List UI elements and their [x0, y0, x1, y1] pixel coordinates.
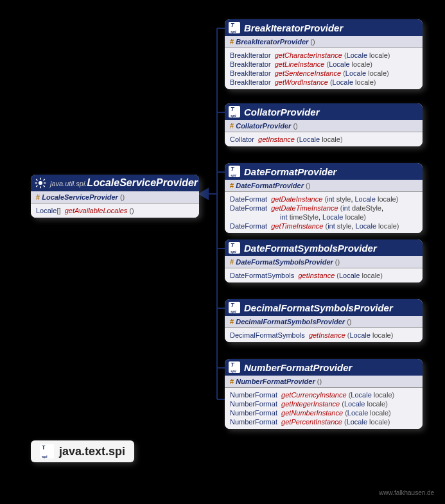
constructor-row: # NumberFormatProvider (): [225, 376, 423, 388]
class-name: BreakIteratorProvider: [244, 22, 343, 33]
method-list: DecimalFormatSymbols getInstance (Locale…: [225, 328, 423, 342]
constructor-row: # CollatorProvider (): [225, 120, 423, 132]
spi-icon: [229, 22, 240, 33]
method-list: BreakIterator getCharacterInstance (Loca…: [225, 48, 423, 89]
method-row: NumberFormat getCurrencyInstance (Locale…: [230, 390, 417, 399]
constructor-row: # LocaleServiceProvider (): [31, 191, 199, 204]
spi-icon: [229, 242, 240, 254]
spi-icon: [229, 166, 240, 177]
class-collator-provider[interactable]: CollatorProvider # CollatorProvider () C…: [225, 103, 423, 146]
class-locale-service-provider[interactable]: java.util.spi.LocaleServiceProvider # Lo…: [31, 175, 199, 218]
class-name: NumberFormatProvider: [244, 362, 352, 373]
spi-icon: [40, 444, 54, 458]
class-header: DateFormatProvider: [225, 163, 423, 180]
class-date-format-symbols-provider[interactable]: DateFormatSymbolsProvider # DateFormatSy…: [225, 239, 423, 282]
class-header: NumberFormatProvider: [225, 359, 423, 376]
svg-rect-16: [43, 185, 45, 187]
spi-icon: [229, 361, 240, 373]
method-list: Locale[] getAvailableLocales (): [31, 204, 199, 218]
package-name: java.text.spi: [59, 445, 125, 458]
class-header: DecimalFormatSymbolsProvider: [225, 299, 423, 316]
method-row: Locale[] getAvailableLocales (): [36, 206, 194, 215]
watermark: www.falkhausen.de: [379, 489, 434, 496]
method-row: BreakIterator getSentenceInstance (Local…: [230, 69, 417, 78]
class-name: DateFormatSymbolsProvider: [244, 243, 377, 254]
method-list: DateFormat getDateInstance (int style, L…: [225, 192, 423, 233]
method-list: Collator getInstance (Locale locale): [225, 132, 423, 146]
method-row-cont: int timeStyle, Locale locale): [230, 213, 417, 222]
constructor-row: # DateFormatProvider (): [225, 180, 423, 192]
class-date-format-provider[interactable]: DateFormatProvider # DateFormatProvider …: [225, 163, 423, 233]
gear-icon: [35, 177, 46, 189]
constructor-row: # DecimalFormatSymbolsProvider (): [225, 316, 423, 328]
class-decimal-format-symbols-provider[interactable]: DecimalFormatSymbolsProvider # DecimalFo…: [225, 299, 423, 342]
method-row: NumberFormat getNumberInstance (Locale l…: [230, 408, 417, 417]
spi-icon: [229, 302, 240, 313]
svg-marker-0: [199, 189, 208, 199]
class-header: BreakIteratorProvider: [225, 19, 423, 36]
method-row: DateFormatSymbols getInstance (Locale lo…: [230, 271, 417, 280]
method-row: Collator getInstance (Locale locale): [230, 135, 417, 144]
constructor-row: # DateFormatSymbolsProvider (): [225, 256, 423, 268]
class-name: CollatorProvider: [244, 107, 320, 117]
method-list: NumberFormat getCurrencyInstance (Locale…: [225, 388, 423, 429]
method-row: NumberFormat getIntegerInstance (Locale …: [230, 399, 417, 408]
method-row: NumberFormat getPercentInstance (Locale …: [230, 417, 417, 426]
class-header: java.util.spi.LocaleServiceProvider: [31, 175, 199, 191]
svg-rect-14: [44, 182, 46, 184]
svg-rect-15: [36, 179, 38, 181]
method-row: DateFormat getDateInstance (int style, L…: [230, 195, 417, 204]
class-header: DateFormatSymbolsProvider: [225, 239, 423, 256]
constructor-row: # BreakIteratorProvider (): [225, 36, 423, 48]
svg-rect-13: [35, 182, 37, 184]
class-break-iterator-provider[interactable]: BreakIteratorProvider # BreakIteratorPro…: [225, 19, 423, 89]
svg-rect-11: [40, 178, 41, 180]
method-row: BreakIterator getLineInstance (Locale lo…: [230, 60, 417, 69]
method-row: DecimalFormatSymbols getInstance (Locale…: [230, 331, 417, 340]
package-label: java.text.spi: [31, 440, 134, 462]
method-row: DateFormat getTimeInstance (int style, L…: [230, 222, 417, 230]
spi-icon: [229, 106, 240, 117]
method-list: DateFormatSymbols getInstance (Locale lo…: [225, 268, 423, 282]
method-row: BreakIterator getWordInstance (Locale lo…: [230, 78, 417, 87]
method-row: BreakIterator getCharacterInstance (Loca…: [230, 51, 417, 60]
svg-point-10: [39, 181, 42, 185]
parent-class-name: LocaleServiceProvider: [87, 177, 198, 188]
svg-rect-17: [36, 185, 38, 187]
class-header: CollatorProvider: [225, 103, 423, 120]
class-number-format-provider[interactable]: NumberFormatProvider # NumberFormatProvi…: [225, 359, 423, 429]
parent-package: java.util.spi.: [50, 180, 87, 187]
svg-rect-18: [43, 179, 45, 181]
class-name: DateFormatProvider: [244, 166, 336, 177]
class-name: DecimalFormatSymbolsProvider: [244, 302, 393, 313]
method-row: DateFormat getDateTimeInstance (int date…: [230, 204, 417, 213]
svg-rect-12: [40, 186, 41, 188]
